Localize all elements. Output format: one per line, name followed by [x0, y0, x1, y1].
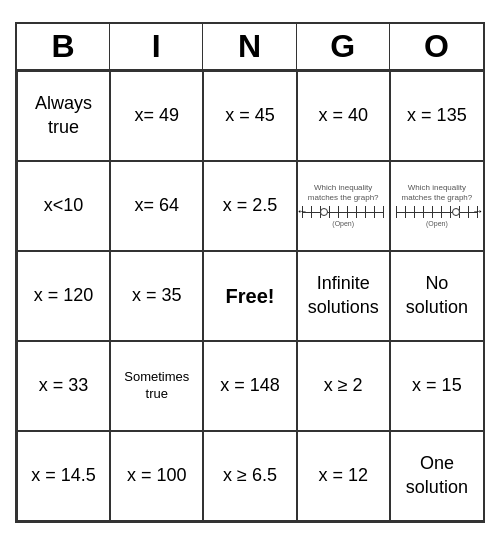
nl-label-2: Which inequality matches the graph?	[393, 183, 481, 204]
bingo-cell-o2: Which inequality matches the graph?	[390, 161, 483, 251]
bingo-header: BINGO	[17, 24, 483, 71]
bingo-cell-n3: Free!	[203, 251, 296, 341]
bingo-cell-i5: x = 100	[110, 431, 203, 521]
bingo-cell-b4: x = 33	[17, 341, 110, 431]
bingo-cell-g2: Which inequality matches the graph?	[297, 161, 390, 251]
bingo-cell-b5: x = 14.5	[17, 431, 110, 521]
nl-label-1: Which inequality matches the graph?	[300, 183, 387, 204]
bingo-cell-i3: x = 35	[110, 251, 203, 341]
bingo-cell-i4: Sometimes true	[110, 341, 203, 431]
bingo-cell-o5: One solution	[390, 431, 483, 521]
number-line-2: →	[396, 206, 478, 218]
bingo-cell-n2: x = 2.5	[203, 161, 296, 251]
bingo-cell-g1: x = 40	[297, 71, 390, 161]
bingo-cell-i2: x= 64	[110, 161, 203, 251]
bingo-cell-n4: x = 148	[203, 341, 296, 431]
bingo-cell-b3: x = 120	[17, 251, 110, 341]
bingo-cell-i1: x= 49	[110, 71, 203, 161]
header-letter-n: N	[203, 24, 296, 69]
bingo-cell-o3: No solution	[390, 251, 483, 341]
header-letter-o: O	[390, 24, 483, 69]
header-letter-b: B	[17, 24, 110, 69]
bingo-cell-n1: x = 45	[203, 71, 296, 161]
number-line-1: ←	[302, 206, 384, 218]
bingo-cell-g3: Infinite solutions	[297, 251, 390, 341]
header-letter-g: G	[297, 24, 390, 69]
header-letter-i: I	[110, 24, 203, 69]
bingo-grid: Always truex= 49x = 45x = 40x = 135x<10x…	[17, 71, 483, 521]
bingo-cell-o4: x = 15	[390, 341, 483, 431]
bingo-cell-g5: x = 12	[297, 431, 390, 521]
bingo-cell-o1: x = 135	[390, 71, 483, 161]
bingo-cell-g4: x ≥ 2	[297, 341, 390, 431]
bingo-cell-b2: x<10	[17, 161, 110, 251]
bingo-card: BINGO Always truex= 49x = 45x = 40x = 13…	[15, 22, 485, 523]
nl-open-label-2: (Open)	[426, 219, 448, 228]
bingo-cell-b1: Always true	[17, 71, 110, 161]
nl-open-label-1: (Open)	[332, 219, 354, 228]
bingo-cell-n5: x ≥ 6.5	[203, 431, 296, 521]
